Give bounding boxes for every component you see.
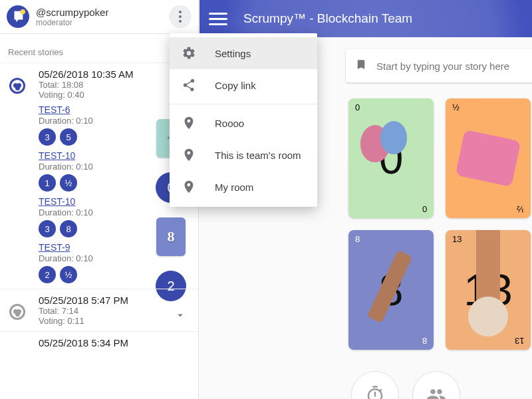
- group-total: Total: 7:14: [39, 306, 152, 316]
- story-input[interactable]: [376, 61, 532, 72]
- card-corner: 13: [515, 336, 524, 346]
- card-grid: 0 0 0 ½ ½ ½ 8 8 8 13: [348, 98, 532, 350]
- ticket-duration: Duration: 0:10: [39, 207, 152, 217]
- ticket: TEST-6 Duration: 0:10 35: [39, 104, 152, 146]
- team-button[interactable]: [412, 371, 460, 399]
- share-icon: [182, 78, 196, 92]
- card-corner: ½: [517, 204, 524, 214]
- vote-chip[interactable]: 1: [39, 174, 56, 192]
- action-bar: [351, 371, 460, 399]
- card-corner: 13: [452, 234, 462, 244]
- vote-chip[interactable]: 3: [39, 220, 56, 237]
- card-corner: 8: [355, 234, 360, 244]
- group-timestamp: 05/25/2018 5:34 PM: [39, 337, 152, 348]
- paw-art: [468, 297, 508, 336]
- vote-chip[interactable]: 8: [60, 220, 77, 237]
- candy-art: [456, 130, 521, 187]
- timer-button[interactable]: [351, 371, 399, 399]
- user-handle: @scrumpypoker: [36, 7, 169, 18]
- menu-item-label: Copy link: [215, 80, 256, 91]
- poker-card-8[interactable]: 8 8 8: [348, 230, 434, 350]
- vote-chip[interactable]: 3: [39, 128, 56, 146]
- avatar-icon: [11, 9, 25, 24]
- moderator-badge: [9, 78, 25, 94]
- vote-chip[interactable]: ½: [60, 174, 77, 192]
- menu-item-room[interactable]: Roooo: [170, 107, 317, 139]
- menu-item-room[interactable]: This is team's room: [170, 139, 317, 171]
- more-button[interactable]: [169, 5, 192, 28]
- poker-card-half[interactable]: ½ ½ ½: [446, 98, 531, 218]
- poker-card-0[interactable]: 0 0 0: [348, 98, 434, 218]
- card-corner: 8: [422, 336, 427, 346]
- menu-item-room[interactable]: My room: [170, 171, 317, 203]
- vote-chip[interactable]: 5: [60, 128, 77, 146]
- moderator-badge: [9, 304, 25, 320]
- user-meta: @scrumpypoker moderator: [36, 7, 169, 27]
- recent-stories-title: Recent stories: [0, 34, 198, 63]
- group-voting: Voting: 0:11: [39, 316, 152, 326]
- menu-item-label: My room: [215, 182, 253, 193]
- story-input-row[interactable]: [346, 49, 532, 82]
- ticket-link[interactable]: TEST-6: [39, 104, 70, 115]
- ticket: TEST-10 Duration: 0:10 38: [39, 196, 152, 237]
- stopwatch-icon: [365, 385, 385, 399]
- svg-point-1: [21, 9, 25, 14]
- poker-card-13[interactable]: 13 13 13: [446, 230, 531, 350]
- group-voting: Voting: 0:40: [39, 90, 152, 100]
- story-group: 05/25/2018 5:34 PM: [0, 331, 198, 354]
- place-icon: [182, 116, 196, 130]
- vote-chip[interactable]: ½: [60, 266, 77, 283]
- menu-item-label: Settings: [215, 48, 251, 59]
- ticket-duration: Duration: 0:10: [39, 253, 152, 263]
- user-role: moderator: [36, 18, 169, 27]
- story-group: 05/25/2018 5:47 PM Total: 7:14 Voting: 0…: [0, 289, 198, 331]
- menu-item-copy-link[interactable]: Copy link: [170, 69, 317, 101]
- group-total: Total: 18:08: [39, 80, 152, 90]
- story-group: ··· 0 8 2 05/26/2018 10:35 AM Total: 18:…: [0, 63, 198, 289]
- ticket: TEST-9 Duration: 0:10 2½: [39, 241, 152, 283]
- menu-button[interactable]: [209, 9, 227, 28]
- sidebar-header: @scrumpypoker moderator: [0, 0, 198, 34]
- menu-item-label: This is team's room: [215, 150, 301, 161]
- group-timestamp: 05/26/2018 10:35 AM: [39, 68, 152, 80]
- avatar[interactable]: [7, 5, 29, 28]
- ticket: TEST-10 Duration: 0:10 1½: [39, 150, 152, 192]
- ticket-duration: Duration: 0:10: [39, 116, 152, 126]
- more-vertical-icon: [179, 11, 182, 23]
- ticket-link[interactable]: TEST-9: [39, 242, 70, 253]
- place-icon: [182, 180, 196, 194]
- ticket-link[interactable]: TEST-10: [39, 150, 75, 161]
- bookmark-icon: [355, 59, 367, 73]
- group-timestamp: 05/25/2018 5:47 PM: [39, 295, 152, 306]
- app-title: Scrumpy™ - Blockchain Team: [243, 11, 412, 26]
- topbar: Scrumpy™ - Blockchain Team: [200, 0, 532, 37]
- menu-item-settings[interactable]: Settings: [170, 37, 317, 69]
- gear-icon: [182, 46, 196, 61]
- place-icon: [182, 148, 196, 162]
- ticket-link[interactable]: TEST-10: [39, 196, 75, 207]
- card-corner: ½: [452, 102, 460, 112]
- vote-chip[interactable]: 2: [39, 266, 56, 283]
- card-corner: 0: [422, 204, 427, 214]
- menu-item-label: Roooo: [215, 118, 244, 129]
- more-menu: Settings Copy link Roooo This is team's …: [170, 33, 317, 207]
- menu-separator: [170, 104, 317, 104]
- result-card[interactable]: 8: [156, 217, 186, 256]
- card-corner: 0: [355, 102, 360, 112]
- people-icon: [426, 385, 446, 399]
- ticket-duration: Duration: 0:10: [39, 162, 152, 172]
- chevron-down-icon[interactable]: [174, 309, 186, 321]
